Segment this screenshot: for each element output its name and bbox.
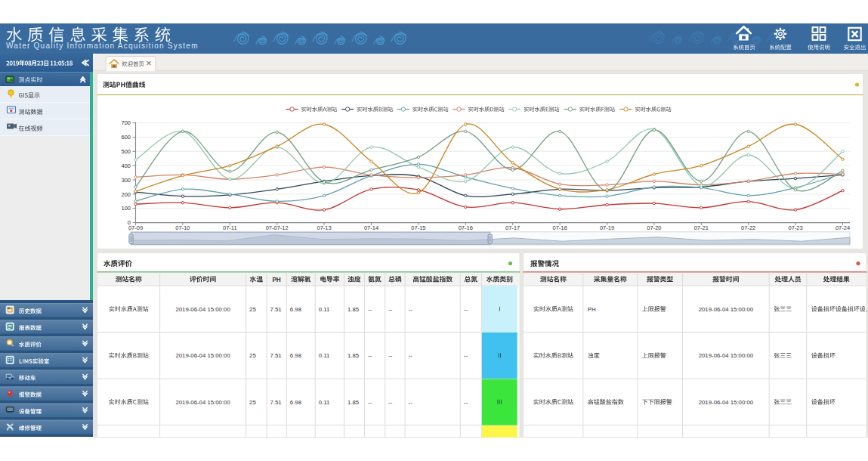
svg-text:0.11: 0.11 xyxy=(319,352,330,359)
svg-text:--: -- xyxy=(409,352,413,359)
svg-text:100: 100 xyxy=(121,205,131,212)
svg-text:1.85: 1.85 xyxy=(348,399,360,406)
svg-text:--: -- xyxy=(368,352,372,359)
svg-text:6.98: 6.98 xyxy=(290,399,301,406)
svg-text:07-13: 07-13 xyxy=(317,224,332,231)
svg-text:07-16: 07-16 xyxy=(459,224,473,231)
svg-text:07-19: 07-19 xyxy=(600,224,614,231)
svg-text:07-23: 07-23 xyxy=(789,224,803,231)
svg-text:1.85: 1.85 xyxy=(348,352,360,359)
svg-text:--: -- xyxy=(388,399,393,406)
svg-text:07-11: 07-11 xyxy=(223,224,237,231)
svg-text:7.51: 7.51 xyxy=(270,399,282,406)
svg-text:07-22: 07-22 xyxy=(741,224,755,231)
svg-text:0.11: 0.11 xyxy=(319,399,330,406)
svg-text:500: 500 xyxy=(121,148,131,155)
svg-text:--: -- xyxy=(388,352,393,359)
svg-text:07-24: 07-24 xyxy=(836,224,850,231)
svg-text:6.98: 6.98 xyxy=(290,306,301,313)
svg-text:07-17: 07-17 xyxy=(505,224,520,231)
svg-text:--: -- xyxy=(464,352,468,359)
svg-text:07-09: 07-09 xyxy=(128,224,143,231)
svg-text:700: 700 xyxy=(121,119,131,126)
svg-text:2019-06-04 15:00:00: 2019-06-04 15:00:00 xyxy=(699,306,754,313)
svg-text:--: -- xyxy=(388,306,393,313)
svg-text:2019-06-04 15:00:00: 2019-06-04 15:00:00 xyxy=(699,352,754,359)
svg-text:2019-06-04 15:00:00: 2019-06-04 15:00:00 xyxy=(699,399,754,406)
svg-text:400: 400 xyxy=(121,162,131,169)
svg-text:2019-06-04 15:00:00: 2019-06-04 15:00:00 xyxy=(175,399,230,406)
svg-text:Water Quality Information Acqu: Water Quality Information Acquisition Sy… xyxy=(6,42,199,50)
svg-text:07-18: 07-18 xyxy=(553,224,567,231)
svg-text:200: 200 xyxy=(121,191,131,198)
svg-text:--: -- xyxy=(464,306,468,313)
svg-text:07-10: 07-10 xyxy=(175,224,190,231)
svg-text:07-14: 07-14 xyxy=(364,224,378,231)
svg-text:1.85: 1.85 xyxy=(348,306,360,313)
svg-text:07-20: 07-20 xyxy=(647,224,661,231)
svg-text:2019-06-04 15:00:00: 2019-06-04 15:00:00 xyxy=(175,352,230,359)
svg-text:07-21: 07-21 xyxy=(694,224,709,231)
svg-text:--: -- xyxy=(368,306,372,313)
svg-text:--: -- xyxy=(464,399,468,406)
svg-text:--: -- xyxy=(409,399,413,406)
svg-text:--: -- xyxy=(368,399,372,406)
svg-text:PH: PH xyxy=(588,306,596,313)
svg-text:7.51: 7.51 xyxy=(270,352,282,359)
svg-text:25: 25 xyxy=(249,399,256,406)
svg-text:6.98: 6.98 xyxy=(290,352,301,359)
svg-text:07-07-12: 07-07-12 xyxy=(266,224,289,231)
svg-text:--: -- xyxy=(409,306,413,313)
svg-text:PH: PH xyxy=(272,277,280,283)
svg-text:7.51: 7.51 xyxy=(270,306,282,313)
svg-text:25: 25 xyxy=(249,306,256,313)
svg-text:0.11: 0.11 xyxy=(319,306,330,313)
svg-text:25: 25 xyxy=(249,352,256,359)
svg-text:2019-06-04 15:00:00: 2019-06-04 15:00:00 xyxy=(175,306,230,313)
svg-text:600: 600 xyxy=(121,134,131,141)
svg-text:07-15: 07-15 xyxy=(411,224,425,231)
svg-text:300: 300 xyxy=(121,177,131,184)
